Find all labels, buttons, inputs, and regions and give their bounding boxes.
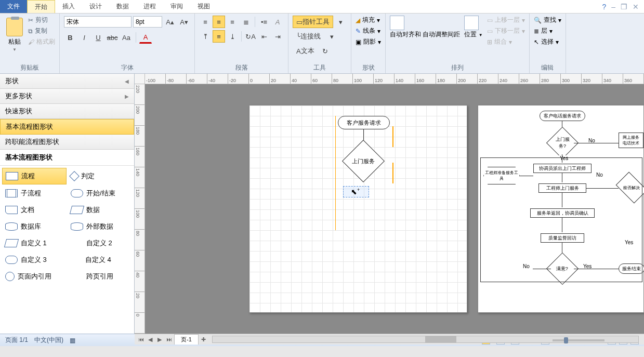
align-right-button[interactable]: ≡	[226, 16, 239, 28]
font-color-button[interactable]: A	[139, 31, 152, 44]
underline-button[interactable]: U	[92, 31, 104, 44]
shape-startend[interactable]: 开始/结束	[68, 186, 132, 201]
tab-data[interactable]: 数据	[109, 0, 136, 13]
shape-extdata[interactable]: 外部数据	[68, 219, 132, 234]
align-center-button[interactable]: ≡	[213, 16, 225, 28]
shape-custom2[interactable]: 自定义 2	[68, 235, 132, 251]
ref-n3[interactable]: 网上服务 电话技术	[619, 133, 643, 148]
zoom-slider[interactable]	[553, 339, 604, 341]
position-button[interactable]: 位置 ▼	[464, 16, 482, 62]
grow-font-button[interactable]: A▴	[164, 16, 176, 28]
ref-n11[interactable]: 服务结束	[619, 263, 644, 274]
sidebar-more-shapes[interactable]: 更多形状▶	[0, 89, 134, 104]
ref-n7[interactable]: 能否解决	[616, 172, 644, 204]
change-case-button[interactable]: Aa	[120, 31, 133, 44]
ref-n9[interactable]: 质量监督回访	[541, 233, 584, 243]
valign-middle-button[interactable]: ≡	[213, 30, 225, 43]
select-button[interactable]: ↖选择 ▾	[534, 37, 561, 46]
group-arrange: 自动对齐和 自动调整间距 位置 ▼ ▭上移一层 ▾ ▭下移一层 ▾ ⊞组合 ▾ …	[386, 14, 530, 73]
shape-custom3[interactable]: 自定义 3	[2, 252, 67, 268]
tab-process[interactable]: 进程	[136, 0, 163, 13]
indent-left-button[interactable]: ⇤	[258, 30, 270, 43]
sidebar-header-shapes[interactable]: 形状◀	[0, 74, 134, 89]
paste-button[interactable]: 粘贴 ▼	[4, 16, 25, 62]
shape-custom1[interactable]: 自定义 1	[2, 235, 67, 251]
valign-bottom-button[interactable]: ⤓	[226, 30, 239, 43]
tool-dropdown-2[interactable]: ▾	[325, 30, 338, 43]
layers-button[interactable]: ≣层 ▾	[534, 27, 561, 35]
status-language[interactable]: 中文(中国)	[34, 336, 63, 345]
connector-tool-button[interactable]: ╰ 连接线	[293, 30, 324, 43]
nav-next[interactable]: ▶	[155, 336, 164, 343]
shadow-button[interactable]: ▣阴影 ▾	[356, 37, 381, 46]
shape-document[interactable]: 文档	[2, 202, 67, 218]
macro-icon[interactable]: ▦	[70, 337, 75, 344]
new-page-button[interactable]: ✚	[200, 336, 208, 343]
shape-onpage[interactable]: 页面内引用	[2, 269, 67, 284]
nav-prev[interactable]: ◀	[146, 336, 154, 343]
fill-button[interactable]: ◢填充 ▾	[356, 16, 381, 24]
tab-review[interactable]: 审阅	[163, 0, 190, 13]
brush-icon: 🖌	[28, 38, 34, 46]
group-button[interactable]: ⊞组合 ▾	[487, 37, 525, 46]
align-left-button[interactable]: ≡	[199, 16, 212, 28]
sidebar-quick-shapes[interactable]: 快速形状	[0, 104, 134, 119]
ref-n6[interactable]: 工程师上门服务	[538, 183, 586, 193]
shape-subprocess[interactable]: 子流程	[2, 186, 67, 201]
italic-button[interactable]: I	[78, 31, 90, 44]
bullets-button[interactable]: •≡	[258, 16, 270, 28]
tab-design[interactable]: 设计	[82, 0, 109, 13]
shape-decision[interactable]: 判定	[68, 168, 132, 184]
cut-button[interactable]: ✂剪切	[28, 16, 55, 24]
find-button[interactable]: 🔍查找 ▾	[534, 16, 561, 24]
tab-file[interactable]: 文件	[0, 0, 27, 13]
clear-format-button[interactable]: A	[271, 16, 284, 28]
page-working[interactable]: 客户服务请求 ▼ 上门服务 ⬉+	[249, 105, 467, 313]
send-backward-button[interactable]: ▭下移一层 ▾	[487, 27, 525, 35]
group-edit: 🔍查找 ▾ ≣层 ▾ ↖选择 ▾ 编辑	[530, 14, 566, 73]
valign-top-button[interactable]: ⤒	[199, 30, 212, 43]
font-name-input[interactable]	[64, 16, 132, 28]
align-justify-button[interactable]: ≣	[240, 16, 252, 28]
ref-n1[interactable]: 客户电话服务请求	[540, 111, 585, 121]
restore-icon[interactable]: ❐	[621, 3, 627, 11]
text-direction-button[interactable]: ↻A	[244, 30, 257, 43]
tool-dropdown-1[interactable]: ▾	[334, 16, 347, 28]
sidebar-basic-flowchart[interactable]: 基本流程图形状	[0, 119, 134, 135]
format-painter-button[interactable]: 🖌格式刷	[28, 37, 55, 46]
drawing-canvas[interactable]: 客户服务请求 ▼ 上门服务 ⬉+ 客户电话服务请求 上门服务? Yes	[145, 84, 644, 334]
ref-n4[interactable]: 协调员派出上门工程师	[533, 164, 592, 173]
bring-forward-button[interactable]: ▭上移一层 ▾	[487, 16, 525, 24]
minimize-icon[interactable]: –	[611, 3, 615, 11]
nav-first[interactable]: ⏮	[137, 336, 145, 342]
bold-button[interactable]: B	[64, 31, 76, 44]
strike-button[interactable]: abc	[106, 31, 119, 44]
page-reference[interactable]: 客户电话服务请求 上门服务? Yes No 网上服务 电话技术 协调员派出上门工…	[478, 105, 644, 313]
ref-n5[interactable]: 工程师准备服务工具	[483, 167, 520, 184]
tab-view[interactable]: 视图	[190, 0, 217, 13]
shape-process[interactable]: 流程	[2, 168, 67, 184]
font-size-input[interactable]	[133, 16, 162, 28]
tool-rotate[interactable]: ↻	[319, 45, 332, 57]
close-icon[interactable]: ✕	[633, 3, 639, 11]
shape-data[interactable]: 数据	[68, 202, 132, 218]
nav-last[interactable]: ⏭	[165, 336, 173, 342]
indent-right-button[interactable]: ⇥	[271, 30, 284, 43]
ref-n8[interactable]: 服务单返回，协调员确认	[530, 208, 595, 218]
shape-custom4[interactable]: 自定义 4	[68, 252, 132, 268]
shape-database[interactable]: 数据库	[2, 219, 67, 234]
shape-offpage[interactable]: 跨页引用	[68, 269, 132, 284]
sidebar-cross-functional[interactable]: 跨职能流程图形状	[0, 135, 134, 150]
pointer-tool-button[interactable]: ▭ 指针工具	[293, 16, 333, 28]
shrink-font-button[interactable]: A▾	[178, 16, 190, 28]
help-icon[interactable]: ?	[602, 3, 606, 11]
text-tool-button[interactable]: A 文本	[293, 45, 318, 57]
node-onsite-service[interactable]: 上门服务	[342, 140, 385, 182]
auto-align-button[interactable]: 自动对齐和 自动调整间距	[390, 16, 460, 62]
tab-home[interactable]: 开始	[27, 0, 55, 13]
page-tab-1[interactable]: 页-1	[174, 334, 199, 345]
line-button[interactable]: ✎线条 ▾	[356, 27, 381, 35]
copy-button[interactable]: ⧉复制	[28, 27, 55, 35]
node-customer-request[interactable]: 客户服务请求	[338, 116, 390, 129]
tab-insert[interactable]: 插入	[55, 0, 82, 13]
